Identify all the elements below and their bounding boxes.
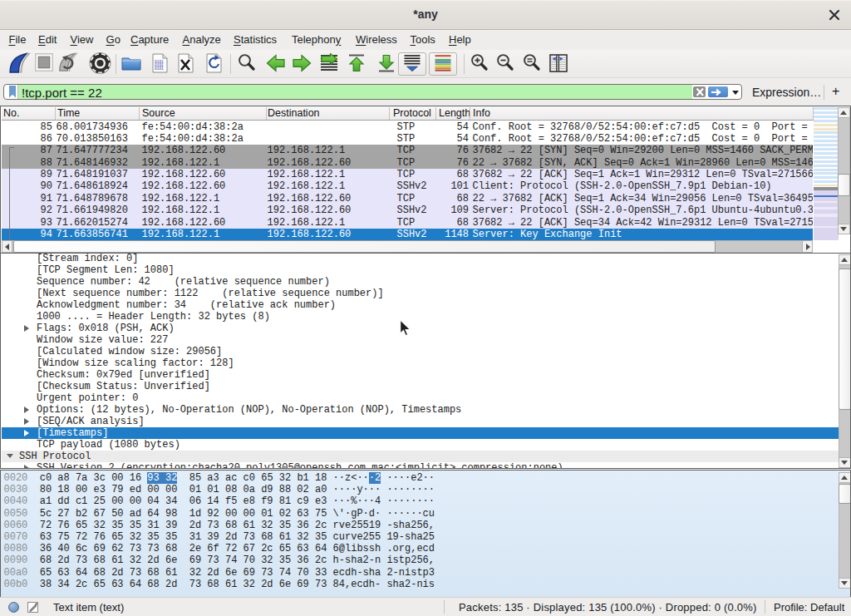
- svg-text:0101: 0101: [155, 67, 164, 71]
